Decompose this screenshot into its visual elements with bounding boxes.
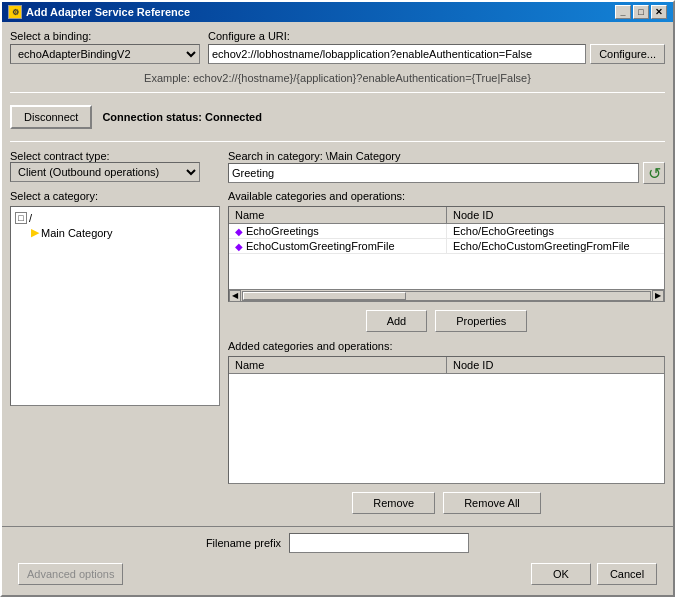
- added-table: Name Node ID: [228, 356, 665, 484]
- tree-main-label: Main Category: [41, 227, 113, 239]
- table-row[interactable]: ◆ EchoGreetings Echo/EchoGreetings: [229, 224, 664, 239]
- tree-item-main[interactable]: ▶ Main Category: [31, 225, 215, 240]
- row2-name: ◆ EchoCustomGreetingFromFile: [229, 239, 447, 253]
- minimize-button[interactable]: _: [615, 5, 631, 19]
- category-tree-label: Select a category:: [10, 190, 220, 202]
- available-table-header: Name Node ID: [229, 207, 664, 224]
- uri-example: Example: echov2://{hostname}/{applicatio…: [10, 72, 665, 84]
- uri-input[interactable]: [208, 44, 586, 64]
- scroll-right-btn[interactable]: ▶: [652, 290, 664, 302]
- h-scrollbar[interactable]: ◀ ▶: [229, 289, 664, 301]
- available-col-name: Name: [229, 207, 447, 223]
- configure-button[interactable]: Configure...: [590, 44, 665, 64]
- available-table: Name Node ID ◆ EchoGreetings Echo/EchoGr…: [228, 206, 665, 302]
- ok-button[interactable]: OK: [531, 563, 591, 585]
- separator-1: [10, 92, 665, 93]
- maximize-button[interactable]: □: [633, 5, 649, 19]
- remove-button[interactable]: Remove: [352, 492, 435, 514]
- cancel-button[interactable]: Cancel: [597, 563, 657, 585]
- title-bar-left: ⚙ Add Adapter Service Reference: [8, 5, 190, 19]
- status-value: Connected: [205, 111, 262, 123]
- remove-row: Remove Remove All: [228, 492, 665, 514]
- filename-input[interactable]: [289, 533, 469, 553]
- status-label: Connection status:: [102, 111, 202, 123]
- main-window: ⚙ Add Adapter Service Reference _ □ ✕ Se…: [0, 0, 675, 597]
- add-button[interactable]: Add: [366, 310, 428, 332]
- search-button[interactable]: ↺: [643, 162, 665, 184]
- added-table-label: Added categories and operations:: [228, 340, 665, 352]
- properties-button[interactable]: Properties: [435, 310, 527, 332]
- added-table-body: [229, 374, 664, 434]
- right-panel: Available categories and operations: Nam…: [228, 190, 665, 518]
- row1-name-text: EchoGreetings: [246, 225, 319, 237]
- scroll-track[interactable]: [242, 291, 651, 301]
- title-bar: ⚙ Add Adapter Service Reference _ □ ✕: [2, 2, 673, 22]
- advanced-options-button[interactable]: Advanced options: [18, 563, 123, 585]
- connection-status: Connection status: Connected: [102, 111, 262, 123]
- binding-uri-row: Select a binding: echoAdapterBindingV2 C…: [10, 30, 665, 64]
- search-input[interactable]: [228, 163, 639, 183]
- added-col-name: Name: [229, 357, 447, 373]
- contract-select[interactable]: Client (Outbound operations) Service (In…: [10, 162, 200, 182]
- search-label: Search in category: \Main Category: [228, 150, 665, 162]
- binding-select[interactable]: echoAdapterBindingV2: [10, 44, 200, 64]
- ok-cancel-group: OK Cancel: [531, 563, 657, 585]
- window-title: Add Adapter Service Reference: [26, 6, 190, 18]
- contract-search-label-row: Select contract type: Client (Outbound o…: [10, 150, 665, 184]
- available-col-nodeid: Node ID: [447, 207, 664, 223]
- uri-label: Configure a URI:: [208, 30, 665, 42]
- row2-name-text: EchoCustomGreetingFromFile: [246, 240, 395, 252]
- binding-group: Select a binding: echoAdapterBindingV2: [10, 30, 200, 64]
- row1-nodeid: Echo/EchoGreetings: [447, 224, 664, 238]
- main-area: Select a category: □ / ▶ Main Category A…: [10, 190, 665, 518]
- category-tree[interactable]: □ / ▶ Main Category: [10, 206, 220, 406]
- dialog-content: Select a binding: echoAdapterBindingV2 C…: [2, 22, 673, 526]
- remove-all-button[interactable]: Remove All: [443, 492, 541, 514]
- close-button[interactable]: ✕: [651, 5, 667, 19]
- scroll-thumb[interactable]: [243, 292, 406, 300]
- disconnect-button[interactable]: Disconnect: [10, 105, 92, 129]
- tree-item-root[interactable]: □ /: [15, 211, 215, 225]
- tree-root-label: /: [29, 212, 32, 224]
- row2-nodeid: Echo/EchoCustomGreetingFromFile: [447, 239, 664, 253]
- diamond-icon-1: ◆: [235, 226, 243, 237]
- tree-toggle-root[interactable]: □: [15, 212, 27, 224]
- table-row[interactable]: ◆ EchoCustomGreetingFromFile Echo/EchoCu…: [229, 239, 664, 254]
- separator-2: [10, 141, 665, 142]
- available-table-body: ◆ EchoGreetings Echo/EchoGreetings ◆ Ech…: [229, 224, 664, 289]
- scroll-left-btn[interactable]: ◀: [229, 290, 241, 302]
- bottom-buttons: Advanced options OK Cancel: [10, 559, 665, 589]
- filename-label: Filename prefix: [206, 537, 281, 549]
- added-col-nodeid: Node ID: [447, 357, 664, 373]
- uri-group: Configure a URI: Configure...: [208, 30, 665, 64]
- contract-label: Select contract type:: [10, 150, 220, 162]
- diamond-icon-2: ◆: [235, 241, 243, 252]
- row1-name: ◆ EchoGreetings: [229, 224, 447, 238]
- search-icon: ↺: [648, 164, 661, 183]
- folder-icon: ▶: [31, 226, 39, 239]
- available-table-label: Available categories and operations:: [228, 190, 665, 202]
- binding-label: Select a binding:: [10, 30, 200, 42]
- window-icon: ⚙: [8, 5, 22, 19]
- filename-row: Filename prefix: [10, 533, 665, 553]
- added-table-header: Name Node ID: [229, 357, 664, 374]
- add-properties-row: Add Properties: [228, 310, 665, 332]
- disconnect-bar: Disconnect Connection status: Connected: [10, 101, 665, 133]
- left-panel: Select a category: □ / ▶ Main Category: [10, 190, 220, 518]
- search-row: ↺: [228, 162, 665, 184]
- title-buttons: _ □ ✕: [615, 5, 667, 19]
- bottom-section: Filename prefix Advanced options OK Canc…: [2, 526, 673, 595]
